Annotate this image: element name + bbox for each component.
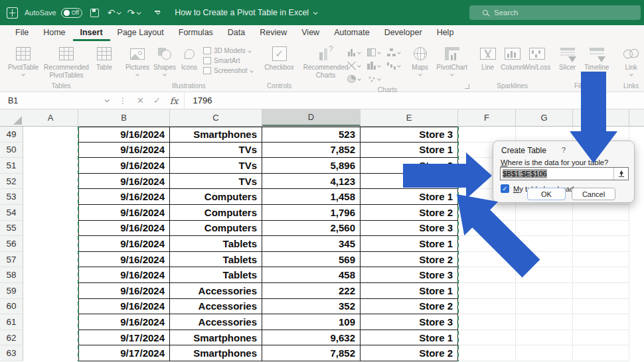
- tab-developer[interactable]: Developer: [377, 28, 430, 41]
- cell[interactable]: [23, 252, 78, 268]
- undo-button[interactable]: ↶: [108, 8, 121, 17]
- cell[interactable]: [516, 267, 573, 283]
- checkbox-button[interactable]: ✓ Checkbox: [261, 43, 298, 72]
- cell[interactable]: Tablets: [170, 267, 262, 283]
- cell[interactable]: [23, 127, 78, 143]
- cell[interactable]: Store 2: [361, 345, 458, 361]
- search-box[interactable]: Search: [469, 5, 641, 20]
- tab-page-layout[interactable]: Page Layout: [110, 28, 171, 41]
- cell[interactable]: [458, 267, 516, 283]
- cell[interactable]: Store 3: [361, 267, 458, 283]
- cell[interactable]: Tablets: [170, 236, 262, 252]
- hierarchy-chart-button[interactable]: [387, 46, 407, 59]
- cell[interactable]: 9,632: [262, 330, 361, 346]
- recommended-pivottables-button[interactable]: Recommended PivotTables: [41, 43, 92, 79]
- cell[interactable]: [573, 267, 629, 283]
- 3d-models-button[interactable]: 3D Models: [203, 47, 253, 54]
- table-button[interactable]: Table: [92, 43, 117, 72]
- scatter-chart-button[interactable]: [367, 72, 387, 86]
- cell[interactable]: 1,458: [262, 189, 361, 205]
- cell[interactable]: [23, 205, 78, 221]
- column-header-c[interactable]: C: [170, 109, 262, 126]
- cell[interactable]: [458, 205, 516, 221]
- cell[interactable]: Store 1: [361, 330, 458, 346]
- column-header-d[interactable]: D: [262, 109, 361, 126]
- cell[interactable]: [458, 330, 516, 346]
- cell[interactable]: 9/16/2024: [78, 299, 170, 315]
- cell[interactable]: Store 3: [361, 174, 458, 190]
- row-header[interactable]: 62: [0, 330, 23, 346]
- cell[interactable]: [516, 345, 573, 361]
- cell[interactable]: [23, 143, 78, 158]
- row-header[interactable]: 57: [0, 252, 23, 268]
- cell[interactable]: Store 3: [361, 221, 458, 237]
- link-button[interactable]: Link: [619, 43, 643, 76]
- cell[interactable]: [458, 299, 516, 315]
- row-header[interactable]: 58: [0, 267, 23, 283]
- cell[interactable]: [23, 299, 78, 315]
- cell[interactable]: 345: [262, 236, 361, 252]
- row-header[interactable]: 54: [0, 205, 23, 221]
- row-header[interactable]: 55: [0, 221, 23, 237]
- column-header-f[interactable]: F: [458, 109, 516, 126]
- cell[interactable]: [516, 314, 573, 330]
- name-box[interactable]: B1: [0, 96, 105, 105]
- pivottable-button[interactable]: PivotTable: [5, 43, 41, 76]
- headers-checkbox[interactable]: ✓: [501, 184, 509, 193]
- row-header[interactable]: 59: [0, 283, 23, 299]
- cell[interactable]: [516, 236, 573, 252]
- row-header[interactable]: 49: [0, 127, 23, 143]
- cell[interactable]: [23, 189, 78, 205]
- cell[interactable]: Tablets: [170, 252, 262, 268]
- ok-button[interactable]: OK: [527, 188, 566, 200]
- cell[interactable]: Computers: [170, 205, 262, 221]
- row-header[interactable]: 52: [0, 174, 23, 190]
- cell[interactable]: [23, 158, 78, 174]
- row-header[interactable]: 53: [0, 189, 23, 205]
- cell[interactable]: Store 2: [361, 252, 458, 268]
- cell[interactable]: Computers: [170, 189, 262, 205]
- cell[interactable]: 1,796: [262, 205, 361, 221]
- select-all-corner[interactable]: [0, 109, 23, 126]
- cell[interactable]: [458, 252, 516, 268]
- cell[interactable]: 7,852: [262, 345, 361, 361]
- tab-review[interactable]: Review: [252, 28, 294, 41]
- cell[interactable]: 9/17/2024: [78, 345, 170, 361]
- tab-home[interactable]: Home: [36, 28, 72, 41]
- cell[interactable]: [573, 205, 629, 221]
- dialog-launcher-icon[interactable]: [465, 84, 469, 89]
- cell[interactable]: Store 1: [361, 189, 458, 205]
- help-icon[interactable]: ?: [562, 146, 566, 154]
- cell[interactable]: [23, 174, 78, 190]
- cell[interactable]: [458, 314, 516, 330]
- line-chart-button[interactable]: [347, 59, 367, 72]
- cell[interactable]: 9/17/2024: [78, 330, 170, 346]
- cell[interactable]: 9/16/2024: [78, 283, 170, 299]
- cell[interactable]: [573, 221, 629, 237]
- column-chart-button[interactable]: [347, 46, 367, 59]
- histogram-chart-button[interactable]: [367, 59, 387, 72]
- sparkline-winloss-button[interactable]: Win/Loss: [526, 43, 548, 72]
- cell[interactable]: 2,560: [262, 221, 361, 237]
- cell[interactable]: 523: [262, 127, 361, 143]
- cell[interactable]: [516, 299, 573, 315]
- cell[interactable]: 458: [262, 267, 361, 283]
- tab-file[interactable]: File: [8, 28, 36, 41]
- cell[interactable]: 7,852: [262, 143, 361, 158]
- cell[interactable]: [516, 283, 573, 299]
- cell[interactable]: [458, 283, 516, 299]
- row-header[interactable]: 60: [0, 299, 23, 315]
- shapes-button[interactable]: Shapes: [151, 43, 178, 76]
- cancel-button[interactable]: Cancel: [572, 188, 615, 200]
- cell[interactable]: 9/16/2024: [78, 174, 170, 190]
- row-header[interactable]: 51: [0, 158, 23, 174]
- sparkline-column-button[interactable]: Column: [499, 43, 526, 72]
- table-range-input[interactable]: $B$1:$E$106: [500, 167, 629, 180]
- cell[interactable]: [23, 283, 78, 299]
- cell[interactable]: [516, 252, 573, 268]
- cell[interactable]: [516, 330, 573, 346]
- cell[interactable]: 9/16/2024: [78, 127, 170, 143]
- cell[interactable]: 5,896: [262, 158, 361, 174]
- screenshot-button[interactable]: Screenshot: [203, 67, 253, 74]
- cell[interactable]: [458, 221, 516, 237]
